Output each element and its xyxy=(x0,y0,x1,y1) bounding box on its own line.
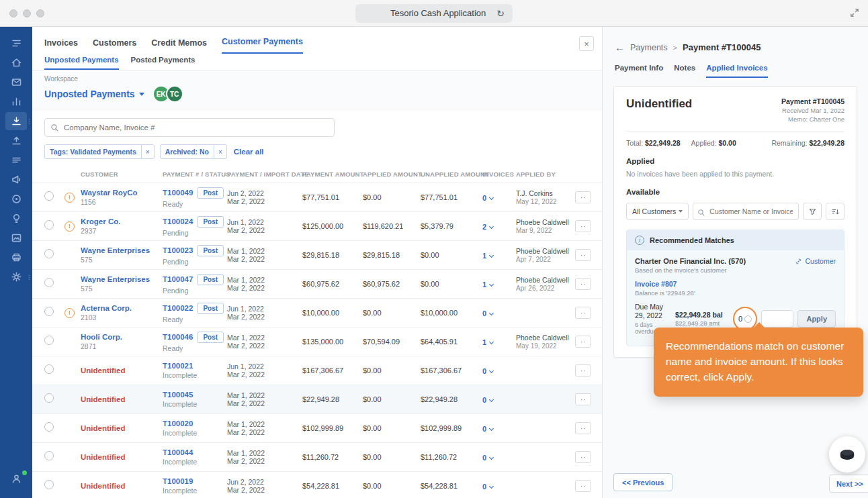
tab-customers[interactable]: Customers xyxy=(93,38,136,54)
table-row-t100021[interactable]: UnidentifiedT100021IncompleteJun 1, 2022… xyxy=(32,356,602,385)
tab-customer-payments[interactable]: Customer Payments xyxy=(222,37,303,54)
row-radio[interactable] xyxy=(44,307,54,316)
expand-icon[interactable] xyxy=(849,7,860,21)
sidebar-list-icon[interactable] xyxy=(5,151,27,169)
sidebar-gear-icon[interactable]: ⋮ xyxy=(5,268,27,286)
tab-credit-memos[interactable]: Credit Memos xyxy=(151,38,207,54)
subtab-unposted-payments[interactable]: Unposted Payments xyxy=(44,56,119,70)
sidebar-image-icon[interactable] xyxy=(5,229,27,247)
filter-chip-archived-no[interactable]: Archived: No× xyxy=(160,144,227,159)
table-row-t100020[interactable]: UnidentifiedT100020IncompleteMar 1, 2022… xyxy=(32,414,602,443)
close-icon[interactable]: × xyxy=(579,36,594,51)
customer-link[interactable]: Unidentified xyxy=(81,395,163,403)
customer-link[interactable]: Unidentified xyxy=(81,424,163,432)
row-radio[interactable] xyxy=(44,451,54,460)
table-row-t100046[interactable]: Hooli Corp.2871T100046PostReadyMar 1, 20… xyxy=(32,328,602,356)
chat-launcher[interactable] xyxy=(829,436,865,472)
sidebar-megaphone-icon[interactable] xyxy=(5,170,27,189)
row-actions-button[interactable]: ·· xyxy=(575,451,591,463)
row-actions-button[interactable]: ·· xyxy=(575,336,591,348)
invoices-dropdown[interactable]: 1 xyxy=(482,281,493,289)
sidebar-record-icon[interactable] xyxy=(5,190,27,208)
row-radio[interactable] xyxy=(44,480,54,489)
customer-link[interactable]: Waystar RoyCo xyxy=(81,189,163,197)
row-radio[interactable] xyxy=(44,249,54,258)
invoices-dropdown[interactable]: 0 xyxy=(482,425,493,433)
payment-number-link[interactable]: T100049 xyxy=(163,189,193,197)
post-button[interactable]: Post xyxy=(197,274,224,285)
workspace-selector[interactable]: Unposted Payments xyxy=(44,89,144,99)
payment-number-link[interactable]: T100022 xyxy=(163,304,193,312)
customer-link[interactable]: Customer xyxy=(795,257,836,265)
zoom-window-button[interactable] xyxy=(36,9,44,17)
row-radio[interactable] xyxy=(44,336,54,345)
invoice-search-input[interactable] xyxy=(693,203,799,220)
row-radio[interactable] xyxy=(44,364,54,374)
sidebar-upload-icon[interactable] xyxy=(5,132,27,150)
customer-link[interactable]: Wayne Enterprises xyxy=(81,246,163,254)
table-row-t100045[interactable]: UnidentifiedT100045IncompleteMar 1, 2022… xyxy=(32,385,602,414)
minimize-window-button[interactable] xyxy=(23,9,31,17)
invoices-dropdown[interactable]: 0 xyxy=(482,309,493,317)
remove-filter-icon[interactable]: × xyxy=(141,145,154,158)
close-window-button[interactable] xyxy=(9,9,17,17)
filter-icon-button[interactable] xyxy=(803,203,822,220)
customer-link[interactable]: Unidentified xyxy=(81,482,163,490)
invoices-dropdown[interactable]: 0 xyxy=(482,483,493,491)
apply-amount-input[interactable] xyxy=(761,310,793,328)
row-actions-button[interactable]: ·· xyxy=(575,191,591,203)
sidebar-mail-icon[interactable] xyxy=(5,73,27,91)
table-row-t100023[interactable]: Wayne Enterprises575T100023PostPendingMa… xyxy=(32,241,602,270)
invoices-dropdown[interactable]: 0 xyxy=(482,454,493,462)
customer-link[interactable]: Acterna Corp. xyxy=(81,304,163,312)
table-row-t100022[interactable]: !Acterna Corp.2103T100022PostReadyJun 1,… xyxy=(32,299,602,328)
row-radio[interactable] xyxy=(44,191,54,201)
row-radio[interactable] xyxy=(44,422,54,432)
payment-number-link[interactable]: T100044 xyxy=(163,448,193,456)
apply-button[interactable]: Apply xyxy=(797,310,836,328)
invoices-dropdown[interactable]: 0 xyxy=(482,396,493,404)
post-button[interactable]: Post xyxy=(197,245,224,256)
payment-number-link[interactable]: T100024 xyxy=(163,217,193,226)
payment-number-link[interactable]: T100046 xyxy=(163,333,193,341)
customer-link[interactable]: Unidentified xyxy=(81,453,163,461)
payment-number-link[interactable]: T100023 xyxy=(163,246,193,254)
post-button[interactable]: Post xyxy=(197,303,224,314)
sidebar-user-icon[interactable] xyxy=(5,470,27,488)
row-radio[interactable] xyxy=(44,278,54,287)
filter-chip-tags-validated-payments[interactable]: Tags: Validated Payments× xyxy=(44,144,155,159)
table-row-t100024[interactable]: !Kroger Co.2937T100024PostPendingJun 1, … xyxy=(32,212,602,241)
sidebar-bulb-icon[interactable] xyxy=(5,209,27,228)
breadcrumb-payments-link[interactable]: Payments xyxy=(630,43,668,52)
sidebar-download-icon[interactable]: ⋮ xyxy=(5,112,27,130)
previous-button[interactable]: << Previous xyxy=(613,473,672,491)
invoices-dropdown[interactable]: 1 xyxy=(482,252,493,260)
clear-all-link[interactable]: Clear all xyxy=(234,148,264,156)
customer-link[interactable]: Wayne Enterprises xyxy=(81,275,163,283)
customer-link[interactable]: Hooli Corp. xyxy=(81,333,163,341)
remove-filter-icon[interactable]: × xyxy=(214,145,226,158)
refresh-icon[interactable]: ↻ xyxy=(496,8,505,19)
search-input[interactable] xyxy=(44,118,335,137)
sidebar-printer-icon[interactable] xyxy=(5,248,27,266)
row-radio[interactable] xyxy=(44,220,54,230)
customer-filter-select[interactable]: All Customers xyxy=(626,203,689,220)
post-button[interactable]: Post xyxy=(197,216,224,228)
row-actions-button[interactable]: ·· xyxy=(575,422,591,434)
row-actions-button[interactable]: ·· xyxy=(575,480,591,492)
table-row-t100047[interactable]: Wayne Enterprises575T100047PostPendingMa… xyxy=(32,270,602,299)
invoices-dropdown[interactable]: 2 xyxy=(482,223,493,231)
match-radio[interactable] xyxy=(744,315,752,323)
table-row-t100044[interactable]: UnidentifiedT100044IncompleteMar 1, 2022… xyxy=(32,443,602,472)
sidebar-logo-icon[interactable] xyxy=(5,34,27,52)
next-button[interactable]: Next >> xyxy=(829,475,868,493)
row-actions-button[interactable]: ·· xyxy=(575,307,591,319)
invoice-link[interactable]: Invoice #807 xyxy=(635,280,836,288)
invoices-dropdown[interactable]: 0 xyxy=(482,367,493,375)
row-actions-button[interactable]: ·· xyxy=(575,249,591,261)
row-actions-button[interactable]: ·· xyxy=(575,393,591,405)
payment-number-link[interactable]: T100020 xyxy=(163,419,193,428)
row-actions-button[interactable]: ·· xyxy=(575,278,591,290)
customer-link[interactable]: Unidentified xyxy=(81,366,163,375)
tab-invoices[interactable]: Invoices xyxy=(44,38,78,54)
